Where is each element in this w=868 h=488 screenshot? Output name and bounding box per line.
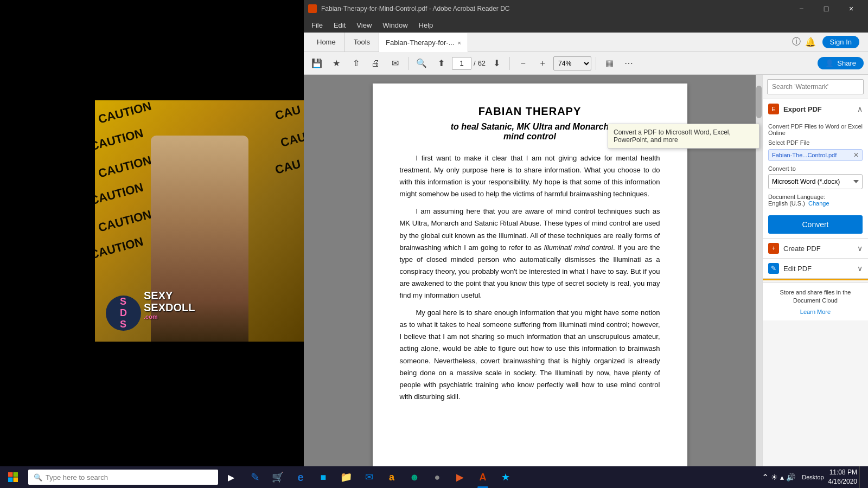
more-button[interactable]: ⋯ bbox=[620, 55, 637, 72]
taskbar-app-tripadvisor[interactable]: ☻ bbox=[404, 466, 425, 488]
prev-page-button[interactable]: ⬆ bbox=[432, 55, 450, 72]
right-panel: ▶ E Export PDF ∧ Convert PDF Files to Wo… bbox=[762, 75, 868, 466]
export-pdf-title: Export PDF bbox=[783, 105, 822, 113]
panel-collapse-arrow[interactable]: ▶ bbox=[762, 260, 763, 281]
zoom-out-button[interactable]: − bbox=[514, 55, 532, 72]
logo-circle: SDS bbox=[106, 296, 141, 331]
taskbar-apps: ✎ 🛒 e ■ 📁 ✉ a ☻ ● ▶ A bbox=[244, 466, 516, 488]
minimize-button[interactable]: − bbox=[789, 0, 814, 17]
cloud-section: Store and share files in theDocument Clo… bbox=[763, 282, 868, 320]
tab-home[interactable]: Home bbox=[308, 33, 345, 52]
menu-bar: File Edit View Window Help bbox=[304, 17, 868, 33]
tab-bar: Home Tools Fabian-Therapy-for-... × ⓘ 🔔 … bbox=[304, 33, 868, 52]
taskbar-app-mail[interactable]: ✉ bbox=[358, 466, 380, 488]
menu-edit[interactable]: Edit bbox=[328, 19, 351, 31]
network-icon[interactable]: ▴ bbox=[780, 473, 784, 481]
convert-button[interactable]: Convert bbox=[768, 215, 863, 234]
convert-to-select[interactable]: Microsoft Word (*.docx) Microsoft Excel … bbox=[768, 174, 863, 189]
menu-file[interactable]: File bbox=[306, 19, 328, 31]
taskbar-app-folder[interactable]: 📁 bbox=[335, 466, 357, 488]
tab-document[interactable]: Fabian-Therapy-for-... × bbox=[379, 33, 468, 52]
unknown-icon: ● bbox=[435, 472, 441, 483]
pdf-title: FABIAN THERAPY bbox=[400, 105, 660, 118]
expand-tray-icon[interactable]: ⌃ bbox=[762, 472, 769, 483]
taskbar: 🔍 ▶ ✎ 🛒 e ■ 📁 ✉ a ☻ bbox=[0, 466, 868, 488]
cloud-title: Store and share files in theDocument Clo… bbox=[768, 288, 863, 305]
taskbar-app-media[interactable]: ▶ bbox=[449, 466, 471, 488]
fit-button[interactable]: ▦ bbox=[601, 55, 618, 72]
volume-icon[interactable]: 🔊 bbox=[786, 473, 795, 481]
svg-rect-2 bbox=[8, 478, 13, 483]
export-pdf-icon: E bbox=[768, 104, 779, 114]
maximize-button[interactable]: □ bbox=[814, 0, 839, 17]
search-button[interactable]: 🔍 bbox=[413, 55, 430, 72]
taskbar-search-bar[interactable]: 🔍 bbox=[28, 470, 218, 485]
page-separator: / bbox=[474, 59, 476, 67]
create-pdf-header[interactable]: + Create PDF ∨ bbox=[763, 239, 868, 258]
file-chip-remove[interactable]: ✕ bbox=[853, 151, 859, 159]
taskbar-app-ie[interactable]: ✎ bbox=[244, 466, 266, 488]
next-page-button[interactable]: ⬇ bbox=[488, 55, 505, 72]
pdf-body: I first want to make it clear that I am … bbox=[400, 152, 660, 403]
menu-window[interactable]: Window bbox=[377, 19, 413, 31]
export-pdf-section: E Export PDF ∧ Convert PDF Files to Word… bbox=[763, 99, 868, 239]
tooltip-text: Convert a PDF to Microsoft Word, Excel, … bbox=[614, 129, 731, 144]
doc-lang-label: Document Language: bbox=[768, 194, 825, 200]
notifications-icon[interactable]: 🔔 bbox=[805, 37, 816, 47]
create-pdf-section: + Create PDF ∨ bbox=[763, 239, 868, 259]
taskbar-app-adobe[interactable]: A bbox=[472, 466, 494, 488]
zoom-in-button[interactable]: + bbox=[534, 55, 551, 72]
pdf-para-3: My goal here is to share enough informat… bbox=[400, 307, 660, 403]
pdf-para-1: I first want to make it clear that I am … bbox=[400, 152, 660, 200]
export-chevron-icon: ∧ bbox=[857, 105, 863, 113]
weather-icon[interactable]: ☀ bbox=[771, 473, 778, 481]
edit-pdf-icon: ✎ bbox=[768, 263, 779, 274]
background-image: CAUTION CAUTION CAUTION CAUTION CAUTION … bbox=[95, 100, 304, 342]
file-chip: Fabian-The...Control.pdf ✕ bbox=[768, 149, 863, 161]
zoom-select[interactable]: 74% 50% 100% 125% bbox=[553, 56, 591, 70]
share-button[interactable]: 👤 Share bbox=[818, 57, 864, 69]
taskbar-app-amazon[interactable]: a bbox=[381, 466, 403, 488]
tab-tools[interactable]: Tools bbox=[345, 33, 379, 52]
taskbar-search-input[interactable] bbox=[46, 473, 213, 481]
task-view-button[interactable]: ▶ bbox=[222, 468, 240, 486]
start-button[interactable] bbox=[0, 466, 26, 488]
clock-date: 4/16/2020 bbox=[828, 478, 857, 485]
email-button[interactable]: ✉ bbox=[386, 55, 404, 72]
taskbar-clock[interactable]: 11:08 PM 4/16/2020 bbox=[828, 468, 857, 486]
print-button[interactable]: 🖨 bbox=[367, 55, 384, 72]
system-tray: ☀ ▴ 🔊 bbox=[771, 473, 795, 481]
upload-button[interactable]: ⇧ bbox=[347, 55, 365, 72]
taskbar-app-store[interactable]: 🛒 bbox=[267, 466, 289, 488]
share-label: Share bbox=[837, 59, 856, 67]
taskbar-app-special[interactable]: ★ bbox=[495, 466, 516, 488]
scrollbar-thumb[interactable] bbox=[756, 86, 762, 118]
orange-separator bbox=[763, 279, 868, 280]
create-pdf-icon: + bbox=[768, 243, 779, 254]
close-button[interactable]: × bbox=[839, 0, 864, 17]
taskbar-app-unknown[interactable]: ● bbox=[426, 466, 448, 488]
learn-more-link[interactable]: Learn More bbox=[768, 309, 863, 315]
taskbar-app-windows-store[interactable]: ■ bbox=[312, 466, 334, 488]
menu-view[interactable]: View bbox=[351, 19, 377, 31]
export-pdf-header[interactable]: E Export PDF ∧ bbox=[763, 99, 868, 119]
tab-close-button[interactable]: × bbox=[457, 40, 461, 46]
amazon-icon: a bbox=[389, 472, 394, 483]
show-desktop-button[interactable] bbox=[859, 466, 864, 488]
bookmark-button[interactable]: ★ bbox=[328, 55, 345, 72]
watermark-search-input[interactable] bbox=[767, 79, 864, 94]
taskbar-app-edge[interactable]: e bbox=[290, 466, 311, 488]
menu-help[interactable]: Help bbox=[413, 19, 439, 31]
sign-in-button[interactable]: Sign In bbox=[822, 36, 859, 48]
svg-rect-0 bbox=[8, 472, 13, 477]
create-pdf-chevron: ∨ bbox=[857, 244, 863, 253]
edit-pdf-header[interactable]: ✎ Edit PDF ∨ bbox=[763, 259, 868, 278]
help-icon[interactable]: ⓘ bbox=[792, 36, 801, 48]
sexy-text: SEXYSEXDOLL .com bbox=[144, 290, 195, 320]
page-navigation: / 62 bbox=[452, 57, 486, 70]
page-number-input[interactable] bbox=[452, 57, 471, 70]
change-lang-link[interactable]: Change bbox=[808, 200, 829, 207]
taskbar-right: ⌃ ☀ ▴ 🔊 Desktop 11:08 PM 4/16/2020 bbox=[762, 466, 868, 488]
save-button[interactable]: 💾 bbox=[308, 55, 326, 72]
export-tooltip: Convert a PDF to Microsoft Word, Excel, … bbox=[608, 124, 760, 149]
